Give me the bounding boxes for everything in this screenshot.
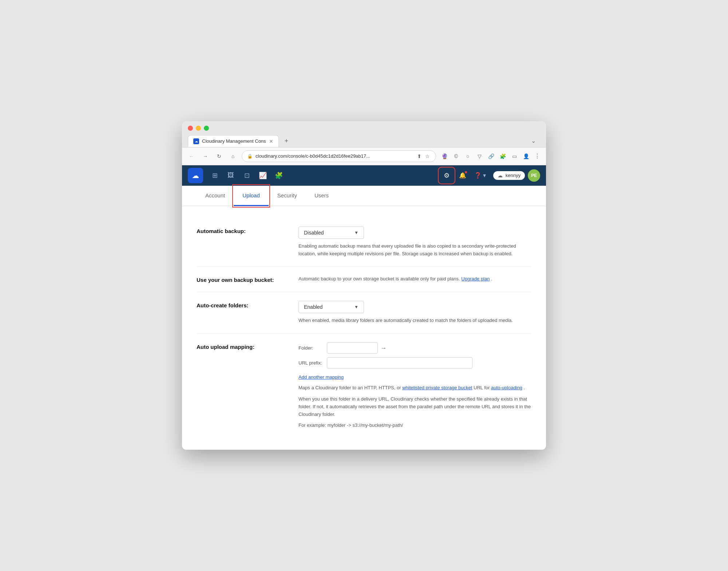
nav-transform-button[interactable]: ⊡ — [240, 168, 254, 183]
automatic-backup-label: Automatic backup: — [197, 227, 284, 234]
browser-tabs: ☁ Cloudinary Management Cons ✕ + ⌄ — [188, 134, 540, 147]
whitelisted-bucket-link[interactable]: whitelisted private storage bucket — [402, 385, 472, 390]
tab-title: Cloudinary Management Cons — [202, 138, 266, 144]
own-backup-bucket-control: Automatic backup to your own storage buc… — [298, 275, 531, 283]
app-logo[interactable]: ☁ — [188, 168, 203, 183]
auto-upload-mapping-label: Auto upload mapping: — [197, 342, 284, 350]
address-actions: ⬆ ☆ — [416, 153, 431, 160]
reload-button[interactable]: ↻ — [214, 151, 224, 161]
auto-create-folders-row: Auto-create folders: Enabled ▼ When enab… — [197, 292, 531, 334]
auto-uploading-link[interactable]: auto-uploading — [491, 385, 522, 390]
ext-icon-2[interactable]: © — [451, 151, 461, 161]
url-text: cloudinary.com/console/c-b0d45dc1d2d16fe… — [256, 153, 414, 159]
app-nav: ☁ ⊞ 🖼 ⊡ 📈 🧩 ⚙ 🔔 ❓ ▾ ☁ kennyy — [182, 165, 546, 186]
cloud-icon: ☁ — [498, 173, 503, 178]
forward-button[interactable]: → — [200, 151, 210, 161]
arrow-icon: → — [381, 345, 387, 351]
nav-analytics-button[interactable]: 📈 — [256, 168, 270, 183]
settings-tabs: Account Upload Security Users — [182, 186, 546, 206]
auto-upload-mapping-description: Maps a Cloudinary folder to an HTTP, HTT… — [298, 384, 531, 392]
lock-icon: 🔒 — [247, 154, 253, 159]
browser-titlebar: ☁ Cloudinary Management Cons ✕ + ⌄ — [182, 121, 546, 147]
close-button[interactable] — [188, 126, 193, 131]
nav-media-button[interactable]: 🖼 — [223, 168, 238, 183]
browser-window: ☁ Cloudinary Management Cons ✕ + ⌄ ← → ↻… — [182, 121, 546, 450]
automatic-backup-description: Enabling automatic backup means that eve… — [298, 243, 531, 258]
tab-account[interactable]: Account — [197, 186, 234, 206]
auto-upload-mapping-control: Folder: → URL prefix: Add another mappin… — [298, 342, 531, 429]
ext-icon-6[interactable]: 🧩 — [498, 151, 507, 161]
tab-upload[interactable]: Upload — [234, 186, 269, 206]
chevron-down-icon: ▼ — [354, 230, 359, 235]
mapping-group: Folder: → URL prefix: — [298, 342, 531, 369]
automatic-backup-row: Automatic backup: Disabled ▼ Enabling au… — [197, 218, 531, 267]
maximize-button[interactable] — [204, 126, 209, 131]
notifications-button[interactable]: 🔔 — [455, 168, 470, 183]
auto-create-folders-control: Enabled ▼ When enabled, media library fo… — [298, 301, 531, 324]
browser-menu-button[interactable]: ⋮ — [533, 151, 542, 161]
auto-create-folders-description: When enabled, media library folders are … — [298, 317, 531, 324]
tab-security[interactable]: Security — [269, 186, 306, 206]
auto-create-folders-select[interactable]: Enabled ▼ — [298, 301, 364, 313]
ext-icon-7[interactable]: ▭ — [510, 151, 519, 161]
active-tab[interactable]: ☁ Cloudinary Management Cons ✕ — [188, 135, 279, 147]
url-prefix-label: URL prefix: — [298, 360, 324, 366]
auto-create-folders-value: Enabled — [304, 304, 323, 310]
automatic-backup-control: Disabled ▼ Enabling automatic backup mea… — [298, 227, 531, 258]
ext-icon-8[interactable]: 👤 — [521, 151, 531, 161]
user-avatar[interactable]: PE — [528, 169, 540, 182]
tab-close-button[interactable]: ✕ — [269, 138, 273, 144]
help-icon: ❓ — [474, 172, 482, 179]
upgrade-plan-link[interactable]: Upgrade plan — [461, 276, 490, 281]
url-prefix-input[interactable] — [327, 357, 472, 369]
chevron-down-icon-2: ▼ — [354, 304, 359, 310]
nav-plugins-button[interactable]: 🧩 — [272, 168, 286, 183]
auto-upload-example: For example: myfolder -> s3://my-bucket/… — [298, 422, 531, 429]
traffic-lights — [188, 126, 540, 131]
ext-icon-3[interactable]: ○ — [463, 151, 472, 161]
folder-input[interactable] — [327, 342, 378, 354]
back-button[interactable]: ← — [186, 151, 197, 161]
own-backup-bucket-row: Use your own backup bucket: Automatic ba… — [197, 267, 531, 292]
auto-create-folders-label: Auto-create folders: — [197, 301, 284, 308]
tab-overflow-button[interactable]: ⌄ — [527, 134, 540, 147]
share-icon[interactable]: ⬆ — [416, 153, 422, 160]
browser-extensions: 🔮 © ○ ▽ 🔗 🧩 ▭ 👤 ⋮ — [440, 151, 542, 161]
bookmark-icon[interactable]: ☆ — [424, 153, 431, 160]
ext-icon-1[interactable]: 🔮 — [440, 151, 449, 161]
ext-icon-5[interactable]: 🔗 — [486, 151, 496, 161]
cloud-environment[interactable]: ☁ kennyy — [493, 171, 525, 180]
auto-upload-mapping-description-2: When you use this folder in a delivery U… — [298, 395, 531, 418]
minimize-button[interactable] — [196, 126, 201, 131]
help-button[interactable]: ❓ ▾ — [471, 169, 489, 182]
add-another-mapping-link[interactable]: Add another mapping — [298, 374, 344, 380]
app-container: ☁ ⊞ 🖼 ⊡ 📈 🧩 ⚙ 🔔 ❓ ▾ ☁ kennyy — [182, 165, 546, 450]
own-backup-bucket-label: Use your own backup bucket: — [197, 275, 284, 283]
env-name: kennyy — [506, 173, 521, 178]
user-initials: PE — [531, 173, 537, 178]
own-backup-bucket-description: Automatic backup to your own storage buc… — [298, 275, 531, 283]
browser-addressbar: ← → ↻ ⌂ 🔒 cloudinary.com/console/c-b0d45… — [182, 147, 546, 165]
address-bar[interactable]: 🔒 cloudinary.com/console/c-b0d45dc1d2d16… — [242, 150, 436, 162]
ext-icon-4[interactable]: ▽ — [475, 151, 484, 161]
tab-users[interactable]: Users — [306, 186, 337, 206]
url-prefix-mapping-row: URL prefix: — [298, 357, 531, 369]
new-tab-button[interactable]: + — [280, 135, 293, 147]
auto-upload-mapping-row: Auto upload mapping: Folder: → URL prefi… — [197, 334, 531, 438]
logo-icon: ☁ — [192, 171, 199, 180]
home-button[interactable]: ⌂ — [228, 151, 238, 161]
folder-mapping-row: Folder: → — [298, 342, 531, 354]
notification-badge — [464, 170, 468, 174]
automatic-backup-select[interactable]: Disabled ▼ — [298, 227, 364, 239]
help-chevron: ▾ — [483, 172, 486, 179]
nav-dashboard-button[interactable]: ⊞ — [207, 168, 222, 183]
gear-icon: ⚙ — [444, 172, 450, 180]
settings-content: Automatic backup: Disabled ▼ Enabling au… — [182, 206, 546, 450]
folder-label: Folder: — [298, 345, 324, 351]
settings-button[interactable]: ⚙ — [439, 168, 454, 183]
automatic-backup-value: Disabled — [304, 230, 324, 236]
tab-favicon: ☁ — [193, 138, 199, 144]
